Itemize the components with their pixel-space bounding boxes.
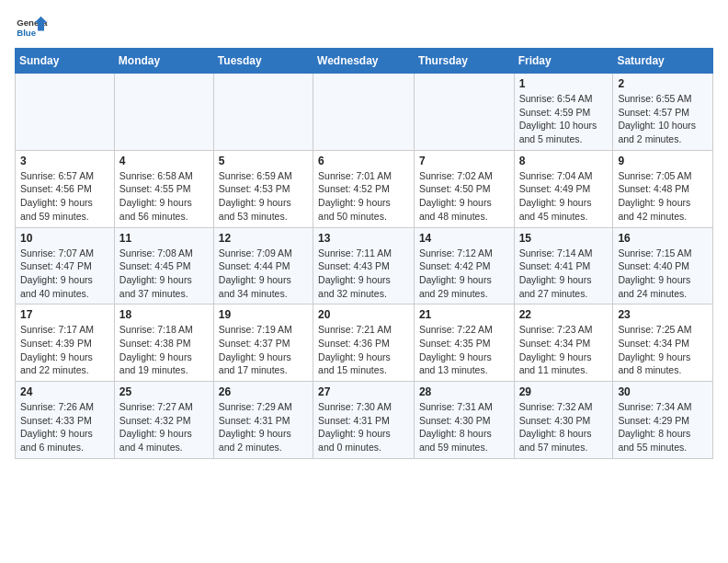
day-number: 30 (618, 385, 708, 398)
day-number: 9 (618, 155, 708, 167)
day-number: 16 (618, 232, 708, 245)
day-number: 21 (419, 308, 509, 321)
calendar-week-5: 24Sunrise: 7:26 AM Sunset: 4:33 PM Dayli… (16, 382, 713, 459)
day-number: 17 (20, 308, 109, 321)
day-number: 13 (318, 232, 409, 245)
day-number: 23 (618, 308, 708, 321)
day-info: Sunrise: 7:31 AM Sunset: 4:30 PM Dayligh… (419, 400, 509, 454)
day-number: 6 (318, 155, 409, 167)
day-info: Sunrise: 7:32 AM Sunset: 4:30 PM Dayligh… (519, 400, 609, 454)
day-number: 5 (219, 155, 308, 167)
calendar-week-4: 17Sunrise: 7:17 AM Sunset: 4:39 PM Dayli… (16, 304, 713, 382)
calendar-week-2: 3Sunrise: 6:57 AM Sunset: 4:56 PM Daylig… (16, 150, 713, 227)
header-wednesday: Wednesday (313, 49, 415, 74)
calendar-cell: 4Sunrise: 6:58 AM Sunset: 4:55 PM Daylig… (114, 150, 213, 227)
calendar-cell: 20Sunrise: 7:21 AM Sunset: 4:36 PM Dayli… (313, 304, 415, 382)
day-number: 11 (119, 232, 209, 245)
svg-text:Blue: Blue (17, 28, 36, 38)
calendar-cell: 1Sunrise: 6:54 AM Sunset: 4:59 PM Daylig… (514, 74, 613, 151)
day-info: Sunrise: 7:19 AM Sunset: 4:37 PM Dayligh… (219, 323, 308, 377)
day-info: Sunrise: 7:17 AM Sunset: 4:39 PM Dayligh… (20, 323, 109, 377)
calendar-cell: 2Sunrise: 6:55 AM Sunset: 4:57 PM Daylig… (613, 74, 713, 151)
calendar-week-3: 10Sunrise: 7:07 AM Sunset: 4:47 PM Dayli… (16, 227, 713, 304)
day-info: Sunrise: 7:30 AM Sunset: 4:31 PM Dayligh… (318, 400, 409, 454)
calendar-cell: 7Sunrise: 7:02 AM Sunset: 4:50 PM Daylig… (414, 150, 514, 227)
calendar-cell (313, 74, 415, 151)
calendar-cell: 30Sunrise: 7:34 AM Sunset: 4:29 PM Dayli… (613, 382, 713, 459)
day-info: Sunrise: 6:59 AM Sunset: 4:53 PM Dayligh… (219, 169, 308, 224)
calendar-cell: 24Sunrise: 7:26 AM Sunset: 4:33 PM Dayli… (16, 382, 115, 459)
day-info: Sunrise: 7:25 AM Sunset: 4:34 PM Dayligh… (618, 323, 708, 377)
day-info: Sunrise: 7:21 AM Sunset: 4:36 PM Dayligh… (318, 323, 409, 377)
calendar-cell: 10Sunrise: 7:07 AM Sunset: 4:47 PM Dayli… (16, 227, 115, 304)
calendar-cell: 19Sunrise: 7:19 AM Sunset: 4:37 PM Dayli… (213, 304, 313, 382)
day-info: Sunrise: 7:12 AM Sunset: 4:42 PM Dayligh… (419, 247, 509, 301)
calendar-week-1: 1Sunrise: 6:54 AM Sunset: 4:59 PM Daylig… (16, 74, 713, 151)
calendar-cell: 6Sunrise: 7:01 AM Sunset: 4:52 PM Daylig… (313, 150, 415, 227)
day-info: Sunrise: 6:55 AM Sunset: 4:57 PM Dayligh… (618, 92, 708, 146)
calendar-cell: 3Sunrise: 6:57 AM Sunset: 4:56 PM Daylig… (16, 150, 115, 227)
calendar-cell: 25Sunrise: 7:27 AM Sunset: 4:32 PM Dayli… (114, 382, 213, 459)
calendar-cell: 9Sunrise: 7:05 AM Sunset: 4:48 PM Daylig… (613, 150, 713, 227)
day-info: Sunrise: 7:18 AM Sunset: 4:38 PM Dayligh… (119, 323, 209, 377)
header-monday: Monday (114, 49, 213, 74)
calendar-header-row: SundayMondayTuesdayWednesdayThursdayFrid… (16, 49, 713, 74)
day-number: 20 (318, 308, 409, 321)
day-info: Sunrise: 6:57 AM Sunset: 4:56 PM Dayligh… (20, 169, 109, 224)
day-info: Sunrise: 7:01 AM Sunset: 4:52 PM Dayligh… (318, 169, 409, 224)
day-number: 7 (419, 155, 509, 167)
calendar-cell: 17Sunrise: 7:17 AM Sunset: 4:39 PM Dayli… (16, 304, 115, 382)
header-saturday: Saturday (613, 49, 713, 74)
header-thursday: Thursday (414, 49, 514, 74)
day-number: 10 (20, 232, 109, 245)
logo: General Blue (15, 15, 48, 40)
calendar-cell (114, 74, 213, 151)
day-number: 4 (119, 155, 209, 167)
calendar-cell: 12Sunrise: 7:09 AM Sunset: 4:44 PM Dayli… (213, 227, 313, 304)
header-sunday: Sunday (16, 49, 115, 74)
day-info: Sunrise: 7:22 AM Sunset: 4:35 PM Dayligh… (419, 323, 509, 377)
day-number: 15 (519, 232, 609, 245)
calendar-cell (213, 74, 313, 151)
day-info: Sunrise: 7:27 AM Sunset: 4:32 PM Dayligh… (119, 400, 209, 454)
day-number: 22 (519, 308, 609, 321)
calendar-cell: 26Sunrise: 7:29 AM Sunset: 4:31 PM Dayli… (213, 382, 313, 459)
day-info: Sunrise: 7:08 AM Sunset: 4:45 PM Dayligh… (119, 247, 209, 301)
calendar-cell: 23Sunrise: 7:25 AM Sunset: 4:34 PM Dayli… (613, 304, 713, 382)
day-number: 29 (519, 385, 609, 398)
day-number: 8 (519, 155, 609, 167)
day-info: Sunrise: 7:07 AM Sunset: 4:47 PM Dayligh… (20, 247, 109, 301)
day-number: 26 (219, 385, 308, 398)
header-tuesday: Tuesday (213, 49, 313, 74)
day-number: 18 (119, 308, 209, 321)
day-info: Sunrise: 7:23 AM Sunset: 4:34 PM Dayligh… (519, 323, 609, 377)
calendar-cell: 16Sunrise: 7:15 AM Sunset: 4:40 PM Dayli… (613, 227, 713, 304)
calendar-cell: 13Sunrise: 7:11 AM Sunset: 4:43 PM Dayli… (313, 227, 415, 304)
page-header: General Blue (15, 15, 713, 40)
day-number: 24 (20, 385, 109, 398)
day-info: Sunrise: 7:29 AM Sunset: 4:31 PM Dayligh… (219, 400, 308, 454)
calendar-cell: 11Sunrise: 7:08 AM Sunset: 4:45 PM Dayli… (114, 227, 213, 304)
calendar-cell: 21Sunrise: 7:22 AM Sunset: 4:35 PM Dayli… (414, 304, 514, 382)
day-info: Sunrise: 6:58 AM Sunset: 4:55 PM Dayligh… (119, 169, 209, 224)
day-number: 12 (219, 232, 308, 245)
day-number: 3 (20, 155, 109, 167)
calendar-cell: 14Sunrise: 7:12 AM Sunset: 4:42 PM Dayli… (414, 227, 514, 304)
day-number: 14 (419, 232, 509, 245)
day-info: Sunrise: 7:15 AM Sunset: 4:40 PM Dayligh… (618, 247, 708, 301)
day-number: 27 (318, 385, 409, 398)
calendar-table: SundayMondayTuesdayWednesdayThursdayFrid… (15, 48, 713, 459)
calendar-cell: 18Sunrise: 7:18 AM Sunset: 4:38 PM Dayli… (114, 304, 213, 382)
calendar-cell: 28Sunrise: 7:31 AM Sunset: 4:30 PM Dayli… (414, 382, 514, 459)
calendar-cell: 15Sunrise: 7:14 AM Sunset: 4:41 PM Dayli… (514, 227, 613, 304)
calendar-cell: 5Sunrise: 6:59 AM Sunset: 4:53 PM Daylig… (213, 150, 313, 227)
calendar-cell: 8Sunrise: 7:04 AM Sunset: 4:49 PM Daylig… (514, 150, 613, 227)
calendar-cell: 22Sunrise: 7:23 AM Sunset: 4:34 PM Dayli… (514, 304, 613, 382)
day-number: 28 (419, 385, 509, 398)
day-number: 1 (519, 77, 609, 90)
day-info: Sunrise: 7:26 AM Sunset: 4:33 PM Dayligh… (20, 400, 109, 454)
day-info: Sunrise: 7:14 AM Sunset: 4:41 PM Dayligh… (519, 247, 609, 301)
day-info: Sunrise: 7:04 AM Sunset: 4:49 PM Dayligh… (519, 169, 609, 224)
day-info: Sunrise: 7:09 AM Sunset: 4:44 PM Dayligh… (219, 247, 308, 301)
day-number: 19 (219, 308, 308, 321)
